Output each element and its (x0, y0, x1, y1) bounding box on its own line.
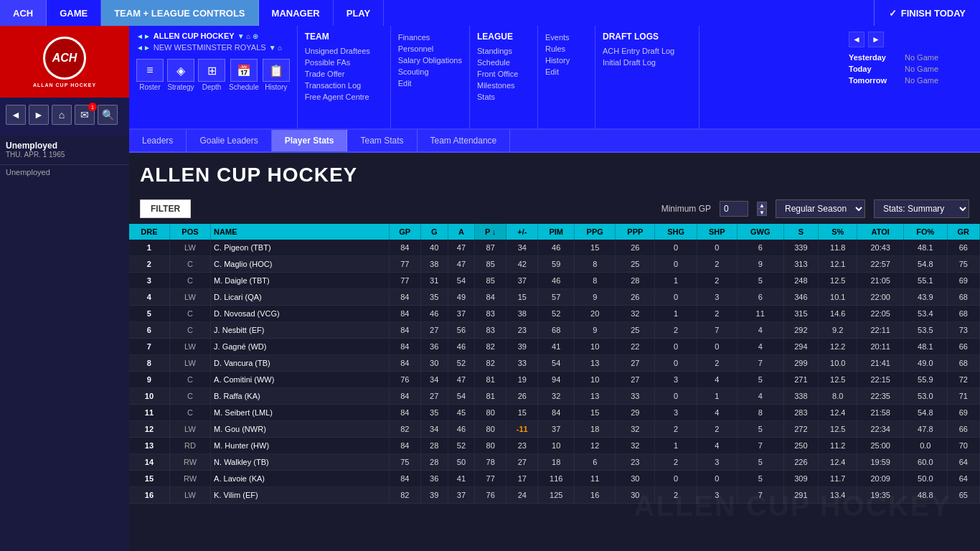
table-cell: 84 (389, 240, 420, 256)
table-cell: 13 (575, 355, 616, 372)
fin-personnel[interactable]: Personnel (398, 43, 462, 55)
table-row[interactable]: 9CA. Comitini (WW)7634478119941027345271… (129, 372, 980, 388)
col-pim[interactable]: PIM (538, 224, 575, 240)
col-ppp[interactable]: PPP (616, 224, 655, 240)
table-row[interactable]: 14RWN. Walkley (TB)752850782718623235226… (129, 454, 980, 471)
col-p[interactable]: P ↓ (475, 224, 507, 240)
forward-icon[interactable]: ► (29, 105, 49, 125)
min-gp-input[interactable] (720, 201, 748, 217)
table-row[interactable]: 4LWD. Licari (QA)84354984155792603634610… (129, 289, 980, 306)
col-g[interactable]: G (420, 224, 448, 240)
table-cell: D. Vancura (TB) (211, 355, 390, 372)
season-select[interactable]: Regular Season Playoffs All (776, 199, 865, 218)
events-events[interactable]: Events (545, 32, 588, 43)
tab-player-stats[interactable]: Player Stats (272, 130, 348, 151)
col-fopct[interactable]: FO% (904, 224, 947, 240)
table-cell: 46 (448, 421, 475, 438)
tab-team-attendance[interactable]: Team Attendance (418, 130, 511, 151)
tab-goalie-leaders[interactable]: Goalie Leaders (187, 130, 271, 151)
events-edit[interactable]: Edit (545, 66, 588, 77)
gp-down-spinner[interactable]: ▼ (757, 209, 767, 216)
col-gr[interactable]: GR (947, 224, 979, 240)
table-cell: 22:15 (857, 372, 904, 388)
table-cell: 4 (737, 322, 783, 339)
stats-type-select[interactable]: Stats: Summary Stats: Advanced Stats: Po… (874, 199, 969, 218)
table-cell: 12 (575, 438, 616, 454)
nav-ach[interactable]: ACH (0, 0, 47, 26)
fin-scouting[interactable]: Scouting (398, 66, 462, 77)
tab-team-stats[interactable]: Team Stats (347, 130, 417, 151)
strategy-btn[interactable]: ◈ Strategy (167, 59, 194, 91)
draft-initial[interactable]: Initial Draft Log (603, 57, 692, 68)
filter-button[interactable]: FILTER (140, 199, 191, 218)
nav-manager[interactable]: MANAGER (259, 0, 334, 26)
depth-btn[interactable]: ⊞ Depth (198, 59, 225, 91)
schedule-btn[interactable]: 📅 Schedule (229, 59, 259, 91)
table-cell: 34 (420, 421, 448, 438)
table-row[interactable]: 7LWJ. Gagné (WD)843646823941102200429412… (129, 339, 980, 355)
table-row[interactable]: 5CD. Novosad (VCG)8446378338522032121131… (129, 306, 980, 322)
col-atoi[interactable]: ATOI (857, 224, 904, 240)
draft-ach-entry[interactable]: ACH Entry Draft Log (603, 45, 692, 57)
search-icon[interactable]: 🔍 (98, 105, 118, 125)
col-gp[interactable]: GP (389, 224, 420, 240)
table-row[interactable]: 1LWC. Pigeon (TBT)8440478734461526006339… (129, 240, 980, 256)
fin-finances[interactable]: Finances (398, 32, 462, 43)
table-row[interactable]: 10CB. Raffa (KA)84275481263213330143388.… (129, 388, 980, 405)
table-row[interactable]: 11CM. Seibert (LML)843545801584152934828… (129, 405, 980, 421)
col-plusminus[interactable]: +/- (507, 224, 538, 240)
table-row[interactable]: 6CJ. Nesbitt (EF)8427568323689252742929.… (129, 322, 980, 339)
table-cell: 27 (616, 355, 655, 372)
league-milestones[interactable]: Milestones (477, 80, 530, 91)
back-icon[interactable]: ◄ (6, 105, 26, 125)
table-cell: LW (169, 240, 210, 256)
table-row[interactable]: 2CC. Maglio (HOC)77384785425982502931312… (129, 256, 980, 273)
col-ppg[interactable]: PPG (575, 224, 616, 240)
team-unsigned[interactable]: Unsigned Draftees (305, 45, 383, 57)
roster-btn[interactable]: ≡ Roster (136, 59, 164, 91)
table-row[interactable]: 12LWM. Gou (NWR)82344680-113718322252721… (129, 421, 980, 438)
prev-arrow[interactable]: ◄ (849, 32, 864, 47)
fin-salary[interactable]: Salary Obligations (398, 55, 462, 66)
col-shg[interactable]: SHG (655, 224, 697, 240)
team-trade-offer[interactable]: Trade Offer (305, 68, 383, 80)
table-row[interactable]: 15RWA. Lavoie (KA)8436417717116113000530… (129, 471, 980, 487)
col-s[interactable]: S (783, 224, 819, 240)
tab-leaders[interactable]: Leaders (129, 130, 187, 151)
col-a[interactable]: A (448, 224, 475, 240)
col-shp[interactable]: SHP (697, 224, 737, 240)
league-front-office[interactable]: Front Office (477, 68, 530, 80)
mail-icon[interactable]: ✉1 (75, 105, 95, 125)
team-free-agent[interactable]: Free Agent Centre (305, 91, 383, 103)
col-spct[interactable]: S% (819, 224, 857, 240)
team-possible-fa[interactable]: Possible FAs (305, 57, 383, 68)
date-label: THU. APR. 1 1965 (6, 151, 123, 159)
table-row[interactable]: 8LWD. Vancura (TB)8430528233541327027299… (129, 355, 980, 372)
league-stats[interactable]: Stats (477, 91, 530, 103)
table-cell: 2 (697, 355, 737, 372)
next-arrow[interactable]: ► (868, 32, 884, 47)
league-schedule[interactable]: Schedule (477, 57, 530, 68)
nav-team-league[interactable]: TEAM + LEAGUE CONTROLS (101, 0, 258, 26)
nav-play[interactable]: PLAY (334, 0, 384, 26)
table-cell: 80 (475, 405, 507, 421)
finish-today-button[interactable]: ✓ FINISH TODAY (874, 0, 980, 26)
col-gwg[interactable]: GWG (737, 224, 783, 240)
table-cell: 59 (538, 256, 575, 273)
nav-game[interactable]: GAME (47, 0, 101, 26)
home-icon[interactable]: ⌂ (52, 105, 72, 125)
col-name[interactable]: NAME (211, 224, 390, 240)
history-btn[interactable]: 📋 History (263, 59, 290, 91)
table-row[interactable]: 3CM. Daigle (TBT)77315485374682812524812… (129, 273, 980, 289)
fin-edit[interactable]: Edit (398, 77, 462, 89)
team-transaction-log[interactable]: Transaction Log (305, 80, 383, 91)
col-pos[interactable]: POS (169, 224, 210, 240)
col-dre[interactable]: DRE (129, 224, 169, 240)
events-history[interactable]: History (545, 55, 588, 66)
league-standings[interactable]: Standings (477, 45, 530, 57)
table-row[interactable]: 16LWK. Vilim (EF)82393776241251630237291… (129, 487, 980, 504)
table-row[interactable]: 13RDM. Hunter (HW)8428528023101232147250… (129, 438, 980, 454)
events-rules[interactable]: Rules (545, 43, 588, 55)
gp-up-spinner[interactable]: ▲ (757, 202, 767, 209)
table-cell: 84 (389, 289, 420, 306)
